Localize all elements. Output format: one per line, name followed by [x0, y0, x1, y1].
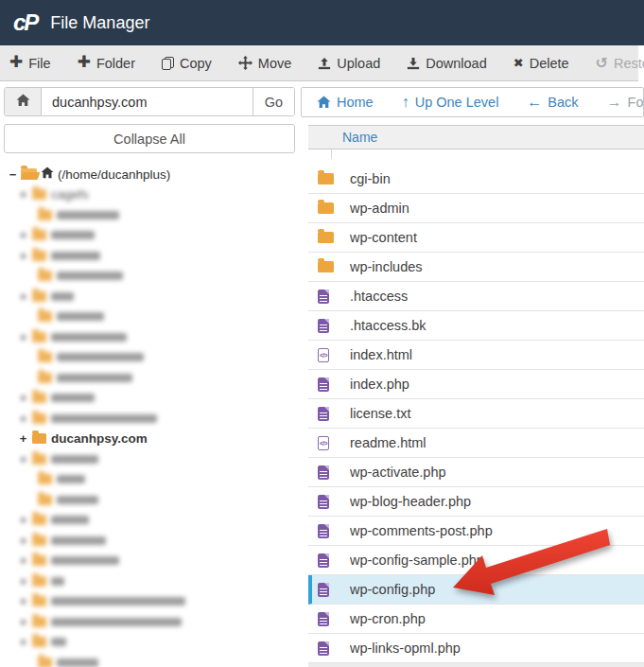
file-name: wp-content: [342, 230, 417, 245]
tree-item-blurred[interactable]: +: [4, 246, 295, 267]
nav-link-label: Back: [548, 95, 578, 110]
file-row-wp-content[interactable]: wp-content: [308, 223, 644, 253]
tree-item-blurred[interactable]: +: [4, 591, 295, 612]
expand-plus-icon: +: [19, 513, 27, 527]
file-name: wp-includes: [342, 259, 423, 274]
file-row-wp-activate-php[interactable]: wp-activate.php: [308, 458, 644, 487]
nav-link-forward[interactable]: ↑ ← → Forward: [607, 95, 644, 110]
blurred-folder-name: [51, 536, 106, 545]
blurred-folder-name: [57, 475, 85, 483]
toolbar-button-restore[interactable]: ✚ ✖ ↺ Restore: [596, 56, 644, 71]
tree-item-blurred[interactable]: +: [4, 469, 295, 490]
nav-link-label: Home: [337, 95, 374, 110]
toolbar-button-copy[interactable]: ✚ ✖ ↺ Copy: [162, 56, 212, 71]
folder-icon: [32, 555, 46, 566]
tree-item-blurred[interactable]: +: [4, 287, 295, 307]
tree-item-blurred[interactable]: +: [4, 612, 295, 633]
folder-icon: [32, 230, 46, 240]
home-icon: [16, 94, 30, 110]
tree-item-blurred[interactable]: +: [4, 327, 295, 348]
toolbar-button-label: Copy: [180, 56, 212, 71]
tree-item-blurred[interactable]: +: [4, 449, 295, 470]
tree-item-blurred[interactable]: +: [4, 388, 295, 409]
document-icon: [318, 524, 329, 538]
go-button[interactable]: Go: [252, 88, 294, 115]
file-name: wp-activate.php: [342, 465, 446, 480]
tree-item-blurred[interactable]: +: [4, 409, 295, 430]
tree-item-blurred[interactable]: +: [4, 551, 295, 571]
folder-icon: [32, 291, 46, 302]
nav-link-up-one-level[interactable]: ↑ ← → Up One Level: [402, 95, 499, 110]
blurred-folder-name: [51, 516, 89, 524]
tree-item-blurred[interactable]: +: [4, 510, 295, 531]
tree-items: + cagefs + +: [4, 184, 295, 667]
file-list: cgi-bin wp-admin: [308, 165, 644, 663]
file-row-index-php[interactable]: index.php: [308, 370, 644, 399]
content-area: Go Collapse All − (/home/ducanhplus) +: [0, 81, 644, 667]
blurred-folder-name: [57, 272, 123, 280]
collapse-all-button[interactable]: Collapse All: [4, 124, 295, 153]
file-row-wp-includes[interactable]: wp-includes: [308, 253, 644, 282]
tree-item-blurred[interactable]: +: [4, 571, 295, 592]
toolbar-button-move[interactable]: ✚ ✖ ↺ Move: [238, 56, 291, 71]
toolbar-button-label: Upload: [337, 56, 380, 71]
home-directory-button[interactable]: [5, 88, 42, 115]
tree-root-home[interactable]: − (/home/ducanhplus): [4, 164, 295, 184]
name-column-header[interactable]: Name: [308, 125, 644, 149]
file-row-htaccess-bk[interactable]: .htaccess.bk: [308, 311, 644, 341]
document-icon: [318, 641, 329, 656]
expand-plus-icon: +: [19, 431, 27, 446]
folder-icon: [32, 393, 46, 403]
path-input[interactable]: [42, 88, 252, 115]
file-row-license-txt[interactable]: license.txt: [308, 399, 644, 429]
file-row-wp-config-sample-php[interactable]: wp-config-sample.php: [308, 546, 644, 575]
file-row-wp-links-opml-php[interactable]: wp-links-opml.php: [308, 634, 644, 663]
tree-item-blurred[interactable]: +: [4, 531, 295, 552]
toolbar-button-folder[interactable]: ✚ ✖ ↺ Folder: [78, 56, 135, 71]
toolbar-button-delete[interactable]: ✚ ✖ ↺ Delete: [513, 56, 569, 71]
file-row-wp-admin[interactable]: wp-admin: [308, 194, 644, 223]
up-arrow-icon: ↑: [402, 95, 409, 110]
file-name: wp-admin: [342, 201, 409, 216]
toolbar-button-upload[interactable]: ✚ ✖ ↺ Upload: [318, 56, 380, 71]
tree-item-blurred[interactable]: +: [4, 307, 295, 327]
tree-item-ducanhpsy-com[interactable]: + ducanhpsy.com: [4, 429, 295, 449]
tree-item-blurred[interactable]: +: [4, 266, 295, 287]
document-icon: [318, 465, 329, 480]
toolbar-button-file[interactable]: ✚ ✖ ↺ File: [9, 56, 51, 71]
file-row-wp-comments-post-php[interactable]: wp-comments-post.php: [308, 517, 644, 546]
tree-item-blurred[interactable]: +: [4, 653, 295, 667]
expand-plus-icon: +: [19, 330, 27, 344]
expand-plus-icon: +: [19, 290, 27, 304]
file-row-readme-html[interactable]: readme.html: [308, 429, 644, 458]
file-row-wp-blog-header-php[interactable]: wp-blog-header.php: [308, 487, 644, 517]
file-row-htaccess[interactable]: .htaccess: [308, 282, 644, 311]
file-row-index-html[interactable]: index.html: [308, 341, 644, 370]
nav-link-back[interactable]: ↑ ← → Back: [527, 95, 578, 110]
tree-item-blurred[interactable]: +: [4, 225, 295, 246]
file-name: index.html: [342, 347, 412, 362]
folder-icon: [318, 202, 334, 214]
file-row-cgi-bin[interactable]: cgi-bin: [308, 165, 644, 194]
expand-plus-icon: +: [19, 412, 27, 426]
tree-item-blurred[interactable]: +: [4, 205, 295, 226]
folder-icon: [38, 271, 52, 281]
tree-item-cagefs[interactable]: + cagefs: [4, 184, 295, 205]
file-row-wp-config-php[interactable]: wp-config.php: [308, 575, 644, 605]
move-icon: [238, 56, 252, 70]
tree-item-blurred[interactable]: +: [4, 368, 295, 389]
nav-link-label: Forward: [628, 95, 644, 110]
root-path-label: (/home/ducanhplus): [58, 167, 170, 182]
tree-item-blurred[interactable]: +: [4, 347, 295, 368]
tree-item-blurred[interactable]: +: [4, 490, 295, 511]
expand-plus-icon: +: [19, 228, 27, 242]
folder-icon: [38, 311, 52, 322]
file-row-wp-cron-php[interactable]: wp-cron.php: [308, 605, 644, 634]
document-icon: [318, 377, 329, 392]
back-arrow-icon: ←: [527, 95, 542, 110]
toolbar-button-download[interactable]: ✚ ✖ ↺ Download: [407, 56, 487, 71]
nav-link-home[interactable]: ↑ ← → Home: [317, 95, 374, 110]
document-icon: [318, 495, 329, 509]
tree-item-blurred[interactable]: +: [4, 632, 295, 653]
blurred-folder-name: [57, 374, 132, 382]
